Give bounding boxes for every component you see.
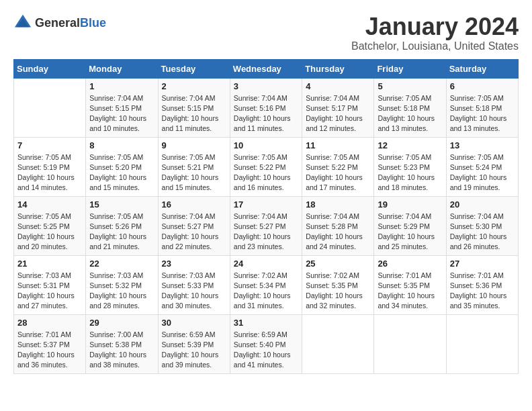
calendar-cell: 1Sunrise: 7:04 AMSunset: 5:15 PMDaylight… [86,78,158,137]
header: GeneralBlue January 2024 Batchelor, Loui… [13,13,519,52]
day-number: 15 [89,199,154,210]
day-number: 19 [378,199,442,210]
header-thursday: Thursday [302,59,374,78]
day-number: 7 [17,140,82,150]
calendar-week-row: 1Sunrise: 7:04 AMSunset: 5:15 PMDaylight… [14,78,519,137]
calendar-cell: 24Sunrise: 7:02 AMSunset: 5:34 PMDayligh… [230,255,302,314]
day-info: Sunrise: 7:02 AMSunset: 5:34 PMDaylight:… [234,271,298,312]
calendar-cell: 17Sunrise: 7:04 AMSunset: 5:27 PMDayligh… [230,196,302,255]
day-number: 24 [234,259,298,269]
calendar-cell: 2Sunrise: 7:04 AMSunset: 5:15 PMDaylight… [158,78,230,137]
day-info: Sunrise: 7:04 AMSunset: 5:27 PMDaylight:… [234,212,298,253]
day-info: Sunrise: 7:04 AMSunset: 5:17 PMDaylight:… [306,93,370,134]
day-number: 6 [450,81,515,91]
calendar-cell: 6Sunrise: 7:05 AMSunset: 5:18 PMDaylight… [446,78,518,137]
main-title: January 2024 [351,13,519,40]
day-info: Sunrise: 7:05 AMSunset: 5:18 PMDaylight:… [450,93,515,134]
day-number: 9 [162,140,226,150]
subtitle: Batchelor, Louisiana, United States [351,40,519,52]
day-number: 4 [306,81,370,91]
logo-icon [13,13,32,32]
day-info: Sunrise: 7:05 AMSunset: 5:18 PMDaylight:… [378,93,442,134]
calendar-cell [374,314,446,373]
header-wednesday: Wednesday [230,59,302,78]
day-info: Sunrise: 7:03 AMSunset: 5:32 PMDaylight:… [89,271,154,312]
calendar-cell: 4Sunrise: 7:04 AMSunset: 5:17 PMDaylight… [302,78,374,137]
calendar-cell: 20Sunrise: 7:04 AMSunset: 5:30 PMDayligh… [446,196,518,255]
day-info: Sunrise: 7:02 AMSunset: 5:35 PMDaylight:… [306,271,370,312]
logo-blue: Blue [80,16,106,30]
header-tuesday: Tuesday [158,59,230,78]
calendar-cell: 18Sunrise: 7:04 AMSunset: 5:28 PMDayligh… [302,196,374,255]
day-number: 16 [162,199,226,210]
calendar-cell [446,314,518,373]
day-info: Sunrise: 7:05 AMSunset: 5:25 PMDaylight:… [17,212,82,253]
day-number: 5 [378,81,442,91]
day-info: Sunrise: 7:01 AMSunset: 5:36 PMDaylight:… [450,271,515,312]
calendar-cell: 9Sunrise: 7:05 AMSunset: 5:21 PMDaylight… [158,137,230,196]
day-number: 3 [234,81,298,91]
day-number: 26 [378,259,442,269]
day-number: 8 [89,140,154,150]
day-info: Sunrise: 7:05 AMSunset: 5:23 PMDaylight:… [378,152,442,193]
calendar-cell: 12Sunrise: 7:05 AMSunset: 5:23 PMDayligh… [374,137,446,196]
calendar-cell: 29Sunrise: 7:00 AMSunset: 5:38 PMDayligh… [86,314,158,373]
calendar-week-row: 14Sunrise: 7:05 AMSunset: 5:25 PMDayligh… [14,196,519,255]
day-info: Sunrise: 7:05 AMSunset: 5:20 PMDaylight:… [89,152,154,193]
title-block: January 2024 Batchelor, Louisiana, Unite… [351,13,519,52]
day-number: 27 [450,259,515,269]
calendar-cell: 10Sunrise: 7:05 AMSunset: 5:22 PMDayligh… [230,137,302,196]
day-info: Sunrise: 7:01 AMSunset: 5:35 PMDaylight:… [378,271,442,312]
calendar-cell: 15Sunrise: 7:05 AMSunset: 5:26 PMDayligh… [86,196,158,255]
day-number: 21 [17,259,82,269]
calendar-cell [302,314,374,373]
header-monday: Monday [86,59,158,78]
day-number: 14 [17,199,82,210]
calendar-cell [14,78,86,137]
calendar-cell: 16Sunrise: 7:04 AMSunset: 5:27 PMDayligh… [158,196,230,255]
day-info: Sunrise: 7:03 AMSunset: 5:33 PMDaylight:… [162,271,226,312]
calendar-cell: 11Sunrise: 7:05 AMSunset: 5:22 PMDayligh… [302,137,374,196]
logo-general: General [35,16,80,30]
day-info: Sunrise: 7:05 AMSunset: 5:24 PMDaylight:… [450,152,515,193]
day-info: Sunrise: 7:03 AMSunset: 5:31 PMDaylight:… [17,271,82,312]
day-info: Sunrise: 7:05 AMSunset: 5:22 PMDaylight:… [306,152,370,193]
calendar-cell: 31Sunrise: 6:59 AMSunset: 5:40 PMDayligh… [230,314,302,373]
calendar-header-row: SundayMondayTuesdayWednesdayThursdayFrid… [14,59,519,78]
day-number: 12 [378,140,442,150]
calendar-cell: 28Sunrise: 7:01 AMSunset: 5:37 PMDayligh… [14,314,86,373]
day-number: 22 [89,259,154,269]
day-info: Sunrise: 7:04 AMSunset: 5:29 PMDaylight:… [378,212,442,253]
calendar-cell: 14Sunrise: 7:05 AMSunset: 5:25 PMDayligh… [14,196,86,255]
day-info: Sunrise: 7:05 AMSunset: 5:21 PMDaylight:… [162,152,226,193]
calendar-cell: 19Sunrise: 7:04 AMSunset: 5:29 PMDayligh… [374,196,446,255]
day-info: Sunrise: 7:04 AMSunset: 5:27 PMDaylight:… [162,212,226,253]
calendar-cell: 26Sunrise: 7:01 AMSunset: 5:35 PMDayligh… [374,255,446,314]
calendar-week-row: 21Sunrise: 7:03 AMSunset: 5:31 PMDayligh… [14,255,519,314]
day-info: Sunrise: 7:04 AMSunset: 5:16 PMDaylight:… [234,93,298,134]
header-friday: Friday [374,59,446,78]
day-info: Sunrise: 7:05 AMSunset: 5:22 PMDaylight:… [234,152,298,193]
day-info: Sunrise: 7:05 AMSunset: 5:26 PMDaylight:… [89,212,154,253]
day-number: 2 [162,81,226,91]
day-number: 10 [234,140,298,150]
day-number: 1 [89,81,154,91]
day-number: 13 [450,140,515,150]
day-info: Sunrise: 7:04 AMSunset: 5:15 PMDaylight:… [89,93,154,134]
day-number: 31 [234,318,298,328]
day-info: Sunrise: 7:05 AMSunset: 5:19 PMDaylight:… [17,152,82,193]
day-number: 18 [306,199,370,210]
day-number: 11 [306,140,370,150]
calendar-cell: 22Sunrise: 7:03 AMSunset: 5:32 PMDayligh… [86,255,158,314]
day-info: Sunrise: 6:59 AMSunset: 5:40 PMDaylight:… [234,330,298,371]
calendar-cell: 13Sunrise: 7:05 AMSunset: 5:24 PMDayligh… [446,137,518,196]
calendar-cell: 21Sunrise: 7:03 AMSunset: 5:31 PMDayligh… [14,255,86,314]
calendar-cell: 27Sunrise: 7:01 AMSunset: 5:36 PMDayligh… [446,255,518,314]
calendar-cell: 23Sunrise: 7:03 AMSunset: 5:33 PMDayligh… [158,255,230,314]
header-saturday: Saturday [446,59,518,78]
day-number: 30 [162,318,226,328]
day-number: 28 [17,318,82,328]
header-sunday: Sunday [14,59,86,78]
day-info: Sunrise: 6:59 AMSunset: 5:39 PMDaylight:… [162,330,226,371]
day-info: Sunrise: 7:04 AMSunset: 5:15 PMDaylight:… [162,93,226,134]
